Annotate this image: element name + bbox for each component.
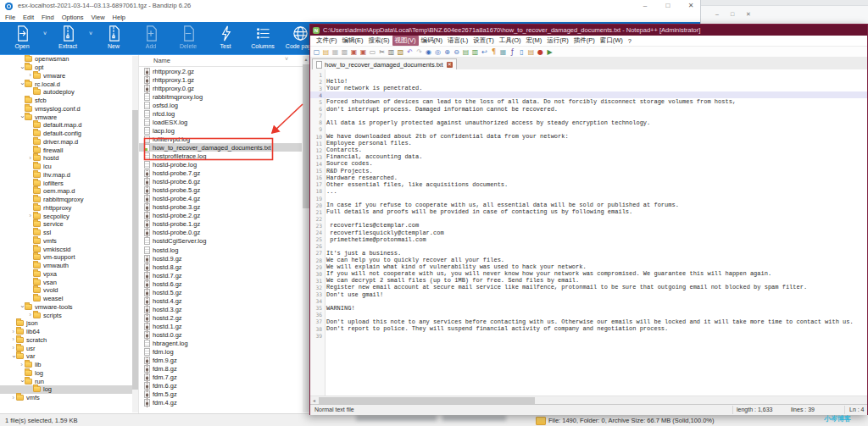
tree-item-oem.map.d[interactable]: oem.map.d <box>0 187 138 196</box>
file-row[interactable]: hostd.0.gz <box>139 330 302 339</box>
macro-record-icon[interactable]: ● <box>536 47 545 57</box>
tree-item-secpolicy[interactable]: ›secpolicy <box>0 212 138 220</box>
editor-line[interactable]: 28We can help you to quickly recover all… <box>310 257 867 263</box>
file-row[interactable]: hostdCgiServer.log <box>139 237 302 246</box>
bandizip-menu-help[interactable]: Help <box>113 14 125 21</box>
tree-item-vmware[interactable]: ›vmware <box>0 72 138 80</box>
file-row[interactable]: hostd.2.gz <box>139 313 302 322</box>
show-symbols-icon[interactable]: ¶ <box>489 47 498 57</box>
editor-line[interactable]: 29We will explain what kind of vulnerabi… <box>310 263 867 270</box>
file-row[interactable]: hostd-probe.6.gz <box>139 178 302 186</box>
npp-menu-item[interactable]: 文件(F) <box>314 36 340 46</box>
tree-scrollbar-thumb[interactable] <box>132 110 138 390</box>
expand-caret-icon[interactable]: › <box>10 345 16 351</box>
file-row[interactable]: hostd.5.gz <box>139 288 302 296</box>
tree-item-lib64[interactable]: ›lib64 <box>0 328 138 336</box>
npp-menu-item[interactable]: 工具(O) <box>497 36 524 46</box>
editor-line[interactable]: 38Don't report to police. They will susp… <box>310 325 867 332</box>
npp-menu-item[interactable]: 窗口(W) <box>598 36 626 46</box>
editor-line[interactable]: 1 <box>310 71 867 78</box>
file-row[interactable]: osfsd.log <box>139 101 302 109</box>
editor-line[interactable]: 17Other essential files, like acquisitio… <box>310 181 867 188</box>
editor-line[interactable]: 18... <box>310 188 867 195</box>
archive-folder-tree[interactable]: openwsman›opt›vmware›rc.local.dautodeplo… <box>0 55 138 413</box>
file-row[interactable]: hostprofiletrace.log <box>139 152 302 160</box>
undo-icon[interactable]: ↶ <box>405 47 415 57</box>
tree-item-run[interactable]: ›run <box>0 377 138 385</box>
npp-menu-item[interactable]: ? <box>626 36 634 46</box>
npp-menu-item[interactable]: 编码(N) <box>419 36 445 46</box>
tree-item-weasel[interactable]: weasel <box>0 295 138 303</box>
expand-caret-icon[interactable]: › <box>27 155 33 162</box>
tree-item-rhttpproxy[interactable]: rhttpproxy <box>0 204 138 213</box>
tree-item-vpxa[interactable]: vpxa <box>0 270 138 279</box>
tree-item-sfcb[interactable]: sfcb <box>0 97 138 105</box>
bg-maximize-button[interactable]: □ <box>731 11 734 17</box>
filelist-scrollbar-thumb[interactable] <box>303 64 309 208</box>
bandizip-menu-options[interactable]: Options <box>62 14 84 21</box>
file-row[interactable]: hostd.3.gz <box>139 305 302 313</box>
delete-button[interactable]: Delete <box>170 22 207 54</box>
tree-item-vmware[interactable]: ›vmware <box>0 113 138 121</box>
file-row[interactable]: hostd.log <box>139 246 302 254</box>
editor-line[interactable]: 20In case if you refuse to cooperate wit… <box>310 202 867 208</box>
dropdown-caret-icon[interactable]: ˅ <box>86 17 95 49</box>
editor-line[interactable]: 35WARNING! <box>310 305 867 312</box>
npp-menu-item[interactable]: 设置(T) <box>470 36 497 46</box>
editor-line[interactable]: 33Don't use gmail! <box>310 291 867 298</box>
tree-item-log[interactable]: log <box>0 369 138 378</box>
tree-item-vmsyslog.conf.d[interactable]: vmsyslog.conf.d <box>0 105 138 113</box>
npp-menu-item[interactable]: 运行(R) <box>544 36 570 46</box>
tree-item-vsan[interactable]: vsan <box>0 278 138 286</box>
macro-play-icon[interactable]: ▶ <box>545 47 554 57</box>
indent-guide-icon[interactable]: ▦ <box>498 47 508 57</box>
editor-line[interactable]: 24 recoverfilesquickly@ctemplar.com <box>310 230 867 236</box>
close-file-icon[interactable]: ▣ <box>349 47 359 57</box>
editor-line[interactable]: 36 <box>310 312 867 318</box>
file-row[interactable]: fdm.7.gz <box>139 373 302 382</box>
editor-line[interactable]: 26 <box>310 243 867 250</box>
bg-minimize-button[interactable]: – <box>715 11 719 17</box>
document-tab[interactable]: how_to_recover_damaged_documents.txt ✕ <box>312 58 457 69</box>
tree-item-driver.map.d[interactable]: driver.map.d <box>0 138 138 147</box>
file-row[interactable]: fdm.6.gz <box>139 382 302 390</box>
editor-line[interactable]: 6don't interrupt process. Damaged inform… <box>310 106 867 113</box>
editor-line[interactable]: 9 <box>310 126 867 133</box>
file-row[interactable]: iofiltervpd.log <box>139 135 302 143</box>
editor-line[interactable]: 10We have downloaded about 2tb of confid… <box>310 133 867 140</box>
tree-item-rc.local.d[interactable]: ›rc.local.d <box>0 80 138 88</box>
tree-item-vmwauth[interactable]: vmwauth <box>0 262 138 270</box>
editor-line[interactable]: 27It's just a business. <box>310 250 867 257</box>
test-button[interactable]: Test <box>207 22 244 54</box>
file-row[interactable]: fdm.9.gz <box>139 357 302 365</box>
tree-item-default.map.d[interactable]: default.map.d <box>0 121 138 130</box>
editor-line[interactable]: 22 <box>310 215 867 222</box>
text-editor[interactable]: 12Hello!3Your network is penetrated.45Fo… <box>310 69 867 396</box>
editor-line[interactable]: 16Hardware researched. <box>310 174 867 181</box>
file-row[interactable]: hostd-probe.0.gz <box>139 229 302 237</box>
file-row[interactable]: hostd-probe.3.gz <box>139 203 302 212</box>
sync-scroll-h-icon[interactable]: ▥ <box>470 47 480 57</box>
column-header-name[interactable]: Name ˅ <box>139 55 309 67</box>
tree-item-vmware-tools[interactable]: ›vmware-tools <box>0 303 138 312</box>
workspace-icon[interactable]: ▤ <box>526 47 536 57</box>
editor-line[interactable]: 39 <box>310 332 867 339</box>
expand-caret-icon[interactable]: › <box>27 72 33 79</box>
file-row[interactable]: hostd.7.gz <box>139 271 302 279</box>
file-row[interactable]: loadESX.log <box>139 118 302 126</box>
expand-caret-icon[interactable]: › <box>10 329 16 335</box>
expand-caret-icon[interactable]: › <box>27 213 33 219</box>
npp-menu-item[interactable]: 编辑(E) <box>340 36 366 46</box>
npp-menu-item[interactable]: 语言(L) <box>445 36 470 46</box>
new-button[interactable]: New <box>95 22 132 54</box>
editor-line[interactable]: 21Full details and proofs will be provid… <box>310 208 867 215</box>
minimize-button[interactable]: – <box>636 1 654 11</box>
find-icon[interactable]: ◉ <box>424 47 433 57</box>
dropdown-caret-icon[interactable]: ˅ <box>41 17 49 49</box>
editor-line[interactable]: 5Forced shutdown of devices can lead to … <box>310 98 867 105</box>
bandizip-menu-edit[interactable]: Edit <box>23 14 34 21</box>
function-list-icon[interactable]: ƒ <box>508 47 517 57</box>
cut-icon[interactable]: ✂ <box>377 47 387 57</box>
word-wrap-icon[interactable]: ↩ <box>480 47 489 57</box>
tree-item-firewall[interactable]: firewall <box>0 146 138 154</box>
